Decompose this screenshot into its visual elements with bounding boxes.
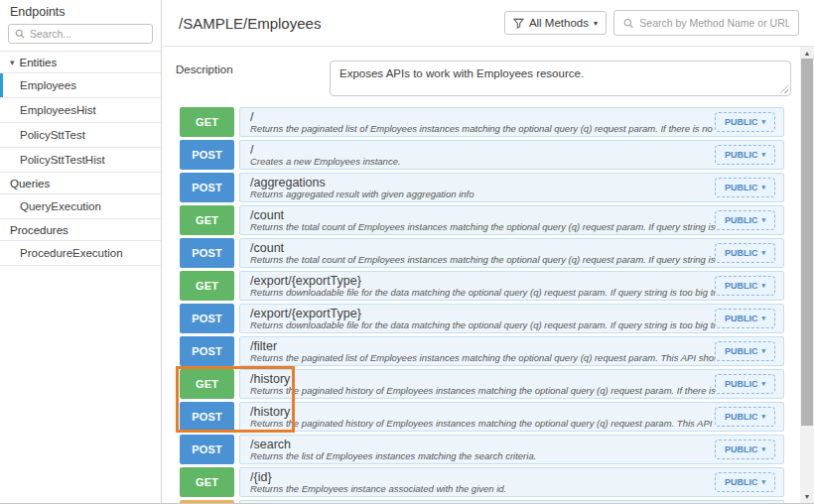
endpoint-row: POST / Creates a new Employees instance.… <box>180 140 784 170</box>
sidebar-section-header-procedures[interactable]: Procedures <box>0 218 161 240</box>
resize-grip-icon[interactable] <box>779 84 788 93</box>
endpoint-card[interactable]: /count Returns the total count of Employ… <box>239 238 784 268</box>
method-badge: POST <box>180 173 234 202</box>
visibility-label: PUBLIC <box>725 281 758 291</box>
chevron-down-icon: ▾ <box>761 118 765 126</box>
endpoint-path: / <box>250 143 715 157</box>
visibility-dropdown[interactable]: PUBLIC ▾ <box>715 309 775 328</box>
endpoint-card[interactable]: /aggregations Returns aggregated result … <box>239 173 784 202</box>
endpoint-path: /filter <box>250 339 715 353</box>
endpoint-card[interactable]: / Returns the paginated list of Employee… <box>239 107 784 137</box>
sidebar-search-placeholder: Search... <box>30 28 71 40</box>
sidebar-section: Procedures ProcedureExecution <box>0 218 161 265</box>
description-textarea[interactable]: Exposes APIs to work with Employees reso… <box>330 61 791 96</box>
scroll-down-icon[interactable]: ▼ <box>800 490 814 502</box>
description-label: Description <box>176 61 330 96</box>
sidebar-section: ▾ Entities Employees EmployeesHist Polic… <box>0 51 161 172</box>
sidebar-item-queryexecution[interactable]: QueryExecution <box>0 193 161 218</box>
endpoint-card[interactable]: /export/{exportType} Returns downloadabl… <box>239 304 784 333</box>
visibility-dropdown[interactable]: PUBLIC ▾ <box>715 472 775 492</box>
visibility-dropdown[interactable]: PUBLIC ▾ <box>715 440 775 459</box>
endpoint-row: POST /aggregations Returns aggregated re… <box>180 173 784 202</box>
endpoint-card[interactable]: /{id} Returns the Employees instance ass… <box>239 467 784 497</box>
sidebar-section-label: Entities <box>20 57 58 68</box>
method-filter-dropdown[interactable]: All Methods ▾ <box>504 11 607 35</box>
endpoint-card[interactable] <box>239 500 784 504</box>
sidebar-item-label: PolicySttTestHist <box>20 154 105 166</box>
endpoint-row: GET /count Returns the total count of Em… <box>180 205 784 235</box>
chevron-down-icon: ▾ <box>761 380 765 388</box>
endpoint-card[interactable]: /history Returns the paginated history o… <box>239 402 784 432</box>
endpoint-path: /history <box>250 405 715 419</box>
endpoint-path: /export/{exportType} <box>250 274 715 288</box>
sidebar-item-policystttest[interactable]: PolicySttTest <box>0 122 161 147</box>
visibility-dropdown[interactable]: PUBLIC ▾ <box>715 407 775 427</box>
visibility-label: PUBLIC <box>725 412 758 422</box>
endpoint-row: POST /filter Returns the paginated list … <box>180 336 784 366</box>
sidebar-item-label: EmployeesHist <box>20 104 96 116</box>
visibility-dropdown[interactable]: PUBLIC ▾ <box>715 145 775 165</box>
sidebar-item-employeeshist[interactable]: EmployeesHist <box>0 97 161 122</box>
method-badge: POST <box>180 435 234 464</box>
main-panel: /SAMPLE/Employees All Methods ▾ Search b… <box>163 0 814 504</box>
sidebar-item-employees[interactable]: Employees <box>0 72 161 97</box>
endpoint-card[interactable]: /filter Returns the paginated list of Em… <box>239 336 784 366</box>
visibility-dropdown[interactable]: PUBLIC ▾ <box>715 112 775 132</box>
sidebar-section-header-queries[interactable]: Queries <box>0 172 161 193</box>
endpoint-row: POST /search Returns the list of Employe… <box>180 435 784 464</box>
endpoint-text: /aggregations Returns aggregated result … <box>250 175 715 200</box>
sidebar-item-procedureexecution[interactable]: ProcedureExecution <box>0 240 161 265</box>
endpoint-text: /count Returns the total count of Employ… <box>250 240 715 266</box>
sidebar-search-input[interactable]: Search... <box>8 24 153 44</box>
endpoint-path: /count <box>250 208 715 222</box>
description-value: Exposes APIs to work with Employees reso… <box>339 67 584 79</box>
scroll-up-icon[interactable]: ▲ <box>800 47 814 59</box>
scrollbar-thumb[interactable] <box>801 59 813 426</box>
visibility-label: PUBLIC <box>725 183 758 192</box>
endpoint-path: /{id} <box>250 470 715 484</box>
visibility-label: PUBLIC <box>725 477 758 487</box>
visibility-dropdown[interactable]: PUBLIC ▾ <box>715 341 775 361</box>
main-header: /SAMPLE/Employees All Methods ▾ Search b… <box>163 0 814 47</box>
endpoint-text: /filter Returns the paginated list of Em… <box>250 338 715 364</box>
visibility-dropdown[interactable]: PUBLIC ▾ <box>715 276 775 296</box>
visibility-dropdown[interactable]: PUBLIC ▾ <box>715 243 775 263</box>
endpoint-row: GET /export/{exportType} Returns downloa… <box>180 271 784 301</box>
endpoint-card[interactable]: /search Returns the list of Employees in… <box>239 435 784 464</box>
method-search-input[interactable]: Search by Method Name or URL... <box>613 10 799 36</box>
chevron-down-icon: ▾ <box>761 413 765 421</box>
endpoint-row: GET /history Returns the paginated histo… <box>180 369 784 399</box>
endpoint-row <box>180 500 784 504</box>
sidebar-title: Endpoints <box>0 0 161 23</box>
visibility-dropdown[interactable]: PUBLIC ▾ <box>715 210 775 230</box>
visibility-label: PUBLIC <box>725 248 758 258</box>
method-badge <box>180 500 234 504</box>
visibility-dropdown[interactable]: PUBLIC ▾ <box>715 374 775 394</box>
vertical-scrollbar[interactable]: ▲ ▼ <box>800 47 814 503</box>
endpoint-card[interactable]: /count Returns the total count of Employ… <box>239 205 784 235</box>
endpoint-card[interactable]: /export/{exportType} Returns downloadabl… <box>239 271 784 301</box>
chevron-down-icon: ▾ <box>761 151 765 159</box>
search-icon <box>623 18 633 29</box>
sidebar-item-label: Employees <box>20 79 76 91</box>
endpoint-row: POST /export/{exportType} Returns downlo… <box>180 304 784 333</box>
endpoint-text: /export/{exportType} Returns downloadabl… <box>250 273 715 299</box>
method-badge: GET <box>180 467 234 497</box>
sidebar-item-policystttesthist[interactable]: PolicySttTestHist <box>0 147 161 172</box>
endpoint-text: / Returns the paginated list of Employee… <box>250 109 715 135</box>
visibility-label: PUBLIC <box>725 444 758 454</box>
method-badge: GET <box>180 369 234 399</box>
sidebar-item-label: PolicySttTest <box>20 129 85 141</box>
visibility-dropdown[interactable]: PUBLIC ▾ <box>715 178 775 197</box>
endpoints-sidebar: Endpoints Search... ▾ Entities Employees… <box>0 0 162 504</box>
endpoint-description: Returns the paginated list of Employees … <box>250 353 715 364</box>
endpoint-path: /history <box>250 372 715 386</box>
endpoint-card[interactable]: / Creates a new Employees instance. PUBL… <box>239 140 784 170</box>
visibility-label: PUBLIC <box>725 117 758 127</box>
chevron-down-icon: ▾ <box>761 249 765 257</box>
endpoint-card[interactable]: /history Returns the paginated history o… <box>239 369 784 399</box>
endpoint-description: Returns the total count of Employees ins… <box>250 222 715 233</box>
sidebar-section-header-entities[interactable]: ▾ Entities <box>0 51 161 72</box>
sidebar-item-label: ProcedureExecution <box>20 247 123 259</box>
visibility-label: PUBLIC <box>725 314 758 323</box>
